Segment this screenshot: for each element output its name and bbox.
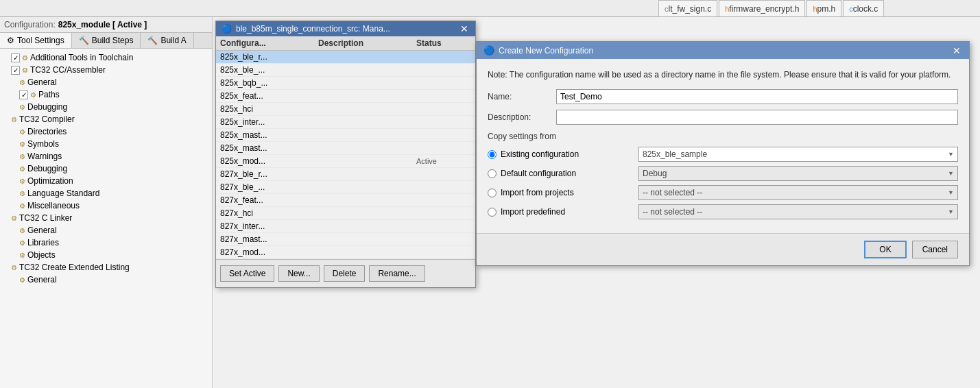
create-dialog-title: Create New Configuration — [499, 46, 593, 56]
tree-general-3[interactable]: ⚙ General — [0, 274, 212, 286]
tree-additional-tools[interactable]: ⚙ Additional Tools in Toolchain — [0, 51, 212, 64]
manage-footer: Set Active New... Delete Rename... — [216, 259, 475, 287]
radio-default-config-row: Default configuration Debug — [488, 166, 958, 181]
tree-directories[interactable]: ⚙ Directories — [0, 125, 212, 138]
gear-icon-objects: ⚙ — [19, 252, 25, 259]
tree-symbols[interactable]: ⚙ Symbols — [0, 138, 212, 150]
radio-existing-config-label: Existing configuration — [488, 149, 638, 159]
manage-row-11[interactable]: 827x_feat... — [216, 194, 475, 207]
name-label: Name: — [488, 92, 556, 101]
gear-icon-miscellaneous: ⚙ — [19, 202, 25, 210]
import-predefined-select[interactable]: -- not selected -- — [638, 204, 958, 219]
manage-row-0[interactable]: 825x_ble_r... — [216, 51, 475, 64]
gear-icon-general1: ⚙ — [19, 79, 25, 86]
manage-row-6[interactable]: 825x_mast... — [216, 129, 475, 142]
set-active-button[interactable]: Set Active — [220, 265, 274, 282]
new-button[interactable]: New... — [278, 265, 319, 282]
tree-tc32-extended-listing[interactable]: ⚙ TC32 Create Extended Listing — [0, 261, 212, 274]
manage-row-7[interactable]: 825x_mast... — [216, 142, 475, 155]
tab-pm-h[interactable]: h pm.h — [806, 0, 841, 16]
tree-tc32-cc-assembler[interactable]: ⚙ TC32 CC/Assembler — [0, 64, 212, 76]
build-a-icon: 🔨 — [147, 36, 158, 45]
manage-dialog-icon: 🔵 — [222, 24, 232, 34]
manage-row-5[interactable]: 825x_inter... — [216, 116, 475, 129]
manage-row-15[interactable]: 827x_mod... — [216, 246, 475, 259]
gear-icon-extended-listing: ⚙ — [11, 264, 17, 271]
gear-icon-directories: ⚙ — [19, 128, 25, 136]
manage-row-14[interactable]: 827x_mast... — [216, 233, 475, 246]
manage-row-12[interactable]: 827x_hci — [216, 207, 475, 220]
gear-icon-additional-tools: ⚙ — [22, 54, 28, 62]
tab-lt-fw-sign[interactable]: c lt_fw_sign.c — [658, 0, 717, 16]
manage-row-8[interactable]: 825x_mod... Active — [216, 155, 475, 168]
description-label: Description: — [488, 112, 556, 122]
tree-libraries[interactable]: ⚙ Libraries — [0, 237, 212, 249]
description-row: Description: — [488, 110, 958, 125]
radio-existing-config[interactable] — [488, 150, 497, 159]
create-dialog-icon: 🔵 — [483, 45, 494, 56]
tree-optimization[interactable]: ⚙ Optimization — [0, 175, 212, 187]
manage-row-1[interactable]: 825x_ble_... — [216, 64, 475, 77]
delete-button[interactable]: Delete — [324, 265, 366, 282]
tree-language-standard[interactable]: ⚙ Language Standard — [0, 187, 212, 199]
tab-firmware-encrypt[interactable]: h firmware_encrypt.h — [719, 0, 805, 16]
tab-tool-settings[interactable]: ⚙ Tool Settings — [0, 33, 72, 48]
import-projects-select[interactable]: -- not selected -- — [638, 185, 958, 200]
default-config-select-wrapper: Debug — [638, 166, 958, 181]
checkbox-additional-tools[interactable] — [11, 53, 20, 62]
left-panel: Configuration: 825x_module [ Active ] ⚙ … — [0, 17, 213, 388]
gear-icon-debugging1: ⚙ — [19, 104, 25, 111]
manage-row-9[interactable]: 827x_ble_r... — [216, 168, 475, 181]
manage-row-13[interactable]: 827x_inter... — [216, 220, 475, 233]
name-row: Name: — [488, 89, 958, 104]
default-config-select[interactable]: Debug — [638, 166, 958, 181]
gear-icon-general3: ⚙ — [19, 276, 25, 284]
tab-build-a[interactable]: 🔨 Build A — [141, 33, 193, 48]
tree-debugging-1[interactable]: ⚙ Debugging — [0, 101, 212, 113]
tree-tc32-c-linker[interactable]: ⚙ TC32 C Linker — [0, 212, 212, 224]
config-value: 825x_module [ Active ] — [58, 20, 147, 29]
manage-dialog-title-left: 🔵 ble_b85m_single_connection_src: Mana..… — [222, 24, 390, 34]
manage-dialog-close[interactable]: ✕ — [459, 24, 470, 34]
manage-row-3[interactable]: 825x_feat... — [216, 90, 475, 103]
tree-panel: ⚙ Additional Tools in Toolchain ⚙ TC32 C… — [0, 49, 212, 378]
radio-existing-config-row: Existing configuration 825x_ble_sample — [488, 147, 958, 162]
tab-build-steps[interactable]: 🔨 Build Steps — [72, 33, 141, 48]
tree-paths[interactable]: ⚙ Paths — [0, 88, 212, 101]
tree-miscellaneous[interactable]: ⚙ Miscellaneous — [0, 199, 212, 212]
name-input[interactable] — [556, 89, 958, 104]
tree-general-1[interactable]: ⚙ General — [0, 76, 212, 88]
checkbox-tc32-cc[interactable] — [11, 66, 20, 75]
manage-row-2[interactable]: 825x_bqb_... — [216, 77, 475, 90]
cancel-button[interactable]: Cancel — [912, 241, 958, 258]
tab-clock-c[interactable]: c clock.c — [843, 0, 884, 16]
manage-table-body: 825x_ble_r... 825x_ble_... 825x_bqb_... … — [216, 51, 475, 259]
existing-config-select[interactable]: 825x_ble_sample — [638, 147, 958, 162]
ok-button[interactable]: OK — [864, 241, 906, 258]
radio-import-projects[interactable] — [488, 189, 497, 197]
description-input[interactable] — [556, 110, 958, 125]
note-text: Note: The configuration name will be use… — [488, 69, 958, 81]
manage-row-10[interactable]: 827x_ble_... — [216, 181, 475, 194]
manage-row-4[interactable]: 825x_hci — [216, 103, 475, 116]
tree-tc32-compiler[interactable]: ⚙ TC32 Compiler — [0, 113, 212, 125]
rename-button[interactable]: Rename... — [369, 265, 425, 282]
import-predefined-select-wrapper: -- not selected -- — [638, 204, 958, 219]
col-description: Description — [318, 38, 416, 48]
radio-import-predefined[interactable] — [488, 208, 497, 217]
col-status: Status — [416, 38, 471, 48]
gear-icon-language-standard: ⚙ — [19, 190, 25, 197]
gear-icon-paths: ⚙ — [30, 91, 36, 99]
tree-debugging-2[interactable]: ⚙ Debugging — [0, 162, 212, 175]
checkbox-paths[interactable] — [19, 90, 28, 99]
tree-objects[interactable]: ⚙ Objects — [0, 249, 212, 261]
copy-settings-label: Copy settings from — [488, 132, 958, 141]
gear-icon-debugging2: ⚙ — [19, 165, 25, 173]
create-dialog-close[interactable]: ✕ — [951, 46, 962, 56]
tree-warnings[interactable]: ⚙ Warnings — [0, 150, 212, 162]
radio-default-config[interactable] — [488, 169, 497, 178]
tree-general-2[interactable]: ⚙ General — [0, 224, 212, 237]
radio-import-predefined-label: Import predefined — [488, 207, 638, 217]
tool-settings-icon: ⚙ — [7, 36, 14, 45]
radio-default-config-label: Default configuration — [488, 169, 638, 178]
